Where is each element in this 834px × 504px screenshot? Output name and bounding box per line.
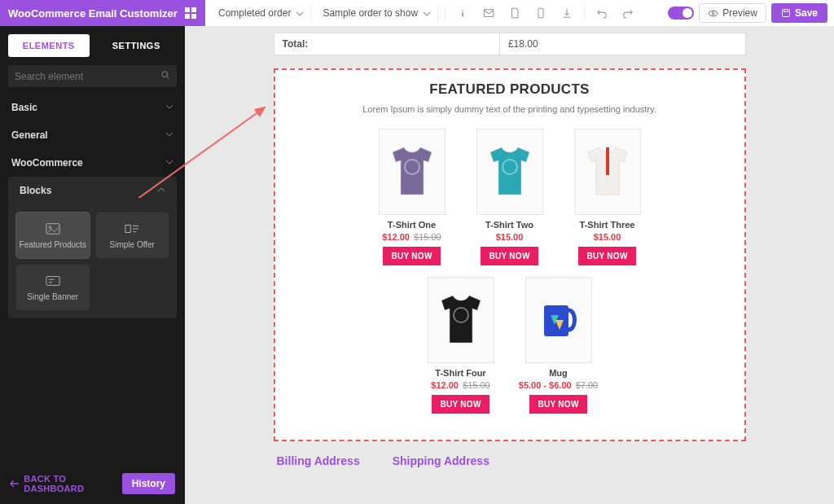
product-image [476,129,543,215]
product-card: T-Shirt Two $15.00 BUY NOW [469,129,551,265]
svg-rect-10 [782,10,789,17]
save-label: Save [795,7,818,19]
billing-address-title: Billing Address [277,454,360,467]
product-name: Mug [518,368,599,378]
block-label: Featured Products [20,240,86,249]
buy-now-button[interactable]: BUY NOW [481,247,538,265]
svg-rect-5 [463,12,464,16]
block-label: Simple Offer [110,240,155,249]
chevron-down-icon [423,9,431,17]
product-name: T-Shirt Four [420,368,502,378]
category-basic[interactable]: Basic [0,94,185,121]
product-image [379,129,446,215]
chevron-down-icon [165,102,173,113]
history-button[interactable]: History [122,473,175,494]
preview-button[interactable]: Preview [699,3,766,23]
total-value: £18.00 [500,33,546,55]
svg-rect-6 [485,10,494,17]
tab-elements[interactable]: ELEMENTS [8,34,90,57]
product-price: $12.00 $15.00 [371,232,453,242]
block-single-banner[interactable]: Single Banner [16,265,90,310]
svg-rect-1 [191,7,196,12]
addresses-section: Billing Address Shipping Address [274,454,746,467]
featured-products-block[interactable]: FEATURED PRODUCTS Lorem Ipsum is simply … [274,68,746,441]
category-general[interactable]: General [0,121,185,149]
preview-toggle[interactable] [668,7,694,20]
app-title: WooCommerce Email Customizer [8,7,178,20]
svg-rect-3 [191,14,196,19]
svg-rect-7 [538,8,543,17]
blocks-list: Featured Products Simple Offer Single Ba… [8,204,177,318]
chevron-up-icon [157,185,165,196]
product-name: T-Shirt One [371,220,453,230]
undo-icon[interactable] [591,2,612,24]
product-card: T-Shirt One $12.00 $15.00 BUY NOW [371,129,453,265]
divider [445,6,446,20]
sample-order-select[interactable]: Sample order to show [316,4,438,22]
preview-label: Preview [722,7,757,19]
info-icon[interactable] [452,2,473,24]
buy-now-button[interactable]: BUY NOW [383,247,440,265]
app-title-bar: WooCommerce Email Customizer [0,0,205,26]
redo-icon[interactable] [617,2,639,24]
search-input[interactable] [8,65,177,87]
svg-point-9 [712,12,714,15]
email-type-value: Completed order [218,7,291,19]
buy-now-button[interactable]: BUY NOW [432,395,489,414]
category-blocks[interactable]: Blocks [8,177,177,204]
svg-point-14 [49,226,51,228]
product-image [428,277,494,363]
buy-now-button[interactable]: BUY NOW [529,395,586,414]
buy-now-button[interactable]: BUY NOW [578,247,635,265]
product-card: T-Shirt Three $15.00 BUY NOW [567,129,648,265]
product-card: Mug $5.00 - $6.00 $7.00 BUY NOW [518,277,599,414]
tab-settings[interactable]: SETTINGS [96,34,178,57]
featured-subtitle: Lorem Ipsum is simply dummy text of the … [283,104,736,114]
grid-icon[interactable] [184,7,197,20]
svg-point-12 [162,72,168,77]
shipping-address-title: Shipping Address [393,454,489,467]
svg-rect-2 [185,14,190,19]
import-icon[interactable] [556,2,577,24]
back-to-dashboard[interactable]: BACK TO DASHBOARD [10,474,122,493]
divider [584,6,585,20]
product-price: $15.00 [567,232,648,242]
block-featured-products[interactable]: Featured Products [16,213,90,258]
svg-rect-15 [125,225,130,232]
category-woocommerce[interactable]: WooCommerce [0,149,185,177]
product-price: $12.00 $15.00 [420,380,502,390]
svg-rect-19 [46,276,59,285]
block-simple-offer[interactable]: Simple Offer [96,213,169,258]
chevron-down-icon [165,129,173,141]
svg-point-4 [463,10,464,11]
search-field[interactable] [15,71,160,82]
product-price: $5.00 - $6.00 $7.00 [518,380,599,390]
svg-rect-11 [784,10,788,12]
featured-title: FEATURED PRODUCTS [283,81,736,98]
document-icon[interactable] [504,2,525,24]
chevron-down-icon [165,157,173,169]
order-total-row: Total: £18.00 [274,33,746,55]
product-name: T-Shirt Three [567,220,648,230]
svg-rect-0 [185,7,190,12]
email-type-select[interactable]: Completed order [212,4,311,22]
product-name: T-Shirt Two [469,220,551,230]
mail-icon[interactable] [478,2,499,24]
chevron-down-icon [296,9,304,17]
product-image [525,277,592,363]
svg-point-8 [709,11,718,16]
sample-order-value: Sample order to show [323,7,418,19]
search-icon [160,70,170,82]
total-label: Total: [274,33,500,55]
email-canvas: Total: £18.00 FEATURED PRODUCTS Lorem Ip… [185,26,834,504]
mobile-icon[interactable] [530,2,551,24]
save-button[interactable]: Save [771,3,827,23]
product-card: T-Shirt Four $12.00 $15.00 BUY NOW [420,277,502,414]
product-price: $15.00 [469,232,551,242]
block-label: Single Banner [27,292,78,301]
sidebar: ELEMENTS SETTINGS Basic General WooComme… [0,26,185,504]
product-image [574,129,641,215]
